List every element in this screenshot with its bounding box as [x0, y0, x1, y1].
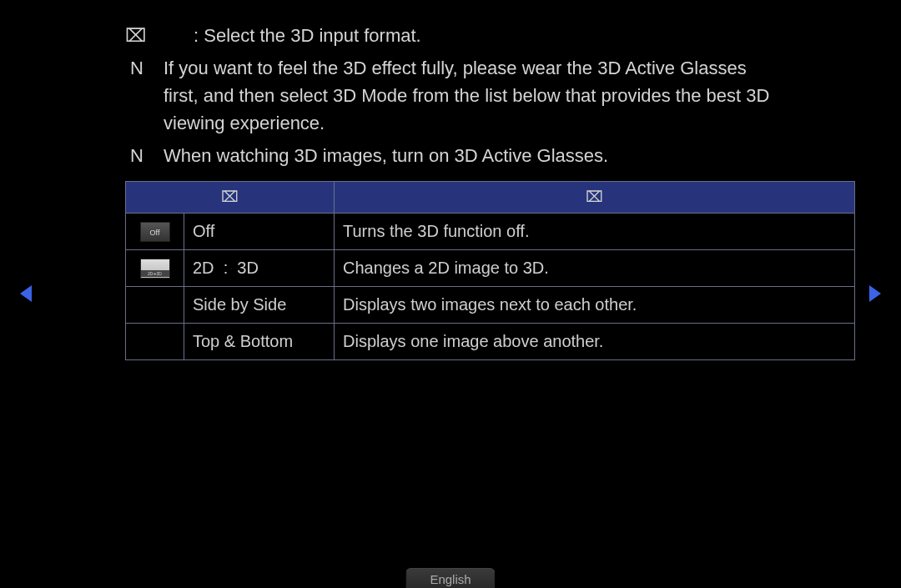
mode-desc: Displays one image above another. — [335, 323, 855, 359]
mode-icon-cell: 2D➜3D — [126, 249, 184, 286]
svg-marker-1 — [869, 285, 881, 302]
note-row: N When watching 3D images, turn on 3D Ac… — [125, 142, 776, 169]
mode-name: Off — [184, 213, 335, 249]
language-tab[interactable]: English — [405, 568, 495, 588]
language-label: English — [430, 572, 471, 586]
next-page-button[interactable] — [866, 284, 883, 304]
table-row: 2D➜3D 2D : 3D Changes a 2D image to 3D. — [126, 249, 855, 286]
help-content: ⌧: Select the 3D input format. N If you … — [0, 0, 901, 360]
format-glyph-icon: ⌧ — [125, 23, 143, 49]
table-header-row: ⌧ ⌧ — [126, 181, 855, 213]
mode-name: 2D : 3D — [184, 249, 335, 286]
table-row: Side by Side Displays two images next to… — [126, 286, 855, 323]
2d-3d-icon: 2D➜3D — [140, 259, 170, 279]
note-marker-icon: N — [125, 54, 164, 82]
note-text: If you want to feel the 3D effect fully,… — [164, 54, 776, 137]
off-icon: Off — [140, 222, 170, 242]
prev-page-button[interactable] — [18, 284, 35, 304]
intro-text: : Select the 3D input format. — [194, 25, 421, 46]
mode-desc: Displays two images next to each other. — [335, 286, 855, 323]
mode-name: Side by Side — [184, 286, 335, 323]
mode-icon-cell — [126, 286, 184, 323]
mode-name: Top & Bottom — [184, 323, 335, 359]
note-marker-icon: N — [125, 142, 164, 169]
triangle-left-icon — [18, 284, 35, 304]
mode-table-wrap: ⌧ ⌧ Off Off Turns the 3D function off. 2… — [125, 181, 776, 360]
mode-desc: Turns the 3D function off. — [335, 213, 855, 249]
intro-line: ⌧: Select the 3D input format. — [125, 23, 776, 49]
mode-table: ⌧ ⌧ Off Off Turns the 3D function off. 2… — [125, 181, 855, 360]
triangle-right-icon — [866, 284, 883, 304]
note-row: N If you want to feel the 3D effect full… — [125, 54, 776, 137]
mode-icon-cell — [126, 323, 184, 359]
table-row: Top & Bottom Displays one image above an… — [126, 323, 855, 359]
table-header-mode: ⌧ — [126, 181, 335, 213]
mode-desc: Changes a 2D image to 3D. — [335, 249, 855, 286]
note-text: When watching 3D images, turn on 3D Acti… — [164, 142, 776, 169]
svg-marker-0 — [20, 285, 32, 302]
table-row: Off Off Turns the 3D function off. — [126, 213, 855, 249]
table-header-desc: ⌧ — [335, 181, 855, 213]
mode-icon-cell: Off — [126, 213, 184, 249]
